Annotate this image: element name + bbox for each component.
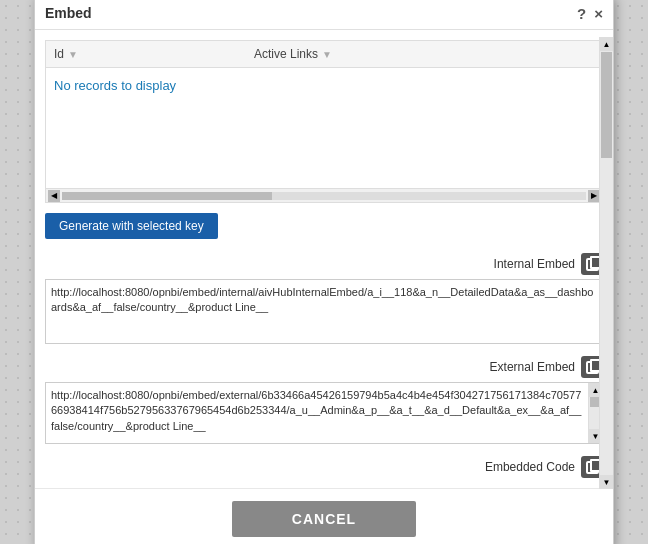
scroll-track[interactable] [62, 192, 586, 200]
internal-embed-textarea[interactable] [46, 280, 602, 340]
dialog-scroll-track[interactable] [600, 51, 613, 475]
col-id-filter-icon[interactable]: ▼ [68, 49, 78, 60]
generate-btn[interactable]: Generate with selected key [45, 213, 218, 239]
titlebar-icons: ? × [577, 6, 603, 21]
internal-embed-label-row: Internal Embed [45, 253, 603, 275]
col-id-header: Id ▼ [54, 47, 254, 61]
copy-icon [586, 258, 599, 271]
internal-embed-section: Internal Embed [45, 253, 603, 344]
dialog-scroll-down-arrow[interactable]: ▼ [600, 475, 613, 489]
col-links-header: Active Links ▼ [254, 47, 594, 61]
dialog-title: Embed [45, 5, 92, 21]
table-horizontal-scrollbar[interactable]: ◀ ▶ [46, 188, 602, 202]
embedded-code-row: Embedded Code [45, 456, 603, 478]
external-embed-label: External Embed [490, 360, 575, 374]
close-icon[interactable]: × [594, 6, 603, 21]
dialog-right-scrollbar[interactable]: ▲ ▼ [599, 37, 613, 489]
help-icon[interactable]: ? [577, 6, 586, 21]
embedded-code-label: Embedded Code [485, 460, 575, 474]
table-wrapper: Id ▼ Active Links ▼ No records to displa… [45, 40, 603, 203]
table-header: Id ▼ Active Links ▼ [46, 41, 602, 68]
dialog-scroll-up-arrow[interactable]: ▲ [600, 37, 613, 51]
dialog-body: Id ▼ Active Links ▼ No records to displa… [35, 30, 613, 488]
copy-icon-embedded [586, 461, 599, 474]
external-embed-textarea[interactable] [46, 383, 588, 443]
internal-embed-textarea-wrapper [45, 279, 603, 344]
table-body: No records to display [46, 68, 602, 188]
dialog-titlebar: Embed ? × [35, 0, 613, 30]
dialog-scroll-thumb [601, 52, 612, 158]
scroll-left-arrow[interactable]: ◀ [48, 190, 60, 202]
col-links-label: Active Links [254, 47, 318, 61]
cancel-button[interactable]: CANCEL [232, 501, 416, 537]
external-embed-label-row: External Embed [45, 356, 603, 378]
col-id-label: Id [54, 47, 64, 61]
external-embed-section: External Embed ▲ ▼ [45, 356, 603, 444]
scroll-thumb [62, 192, 272, 200]
no-records-text: No records to display [54, 78, 176, 93]
external-embed-textarea-wrapper: ▲ ▼ [45, 382, 603, 444]
copy-icon-external [586, 361, 599, 374]
embed-dialog: Embed ? × Id ▼ Active Links ▼ No records… [34, 0, 614, 544]
internal-embed-label: Internal Embed [494, 257, 575, 271]
col-links-filter-icon[interactable]: ▼ [322, 49, 332, 60]
cancel-btn-row: CANCEL [35, 488, 613, 544]
